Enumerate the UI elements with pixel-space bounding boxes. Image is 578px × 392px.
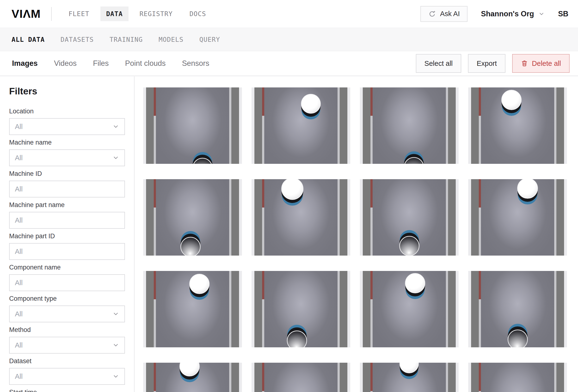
export-label: Export [477, 59, 497, 67]
image-thumbnail[interactable] [143, 363, 242, 392]
track-stripe-maroon [154, 271, 156, 299]
track-wall-right [556, 271, 564, 347]
filter-placeholder: All [15, 123, 23, 131]
image-thumbnail[interactable] [251, 363, 350, 392]
filter-placeholder: All [15, 248, 23, 255]
track-stripe-maroon [370, 88, 373, 116]
tab-videos[interactable]: Videos [54, 59, 77, 68]
subnav-item-query[interactable]: QUERY [199, 36, 220, 43]
image-thumbnail[interactable] [143, 271, 242, 347]
track-wall-right [556, 363, 564, 392]
trash-icon [521, 60, 528, 67]
track-wall-left [254, 271, 262, 347]
track-stripe-maroon [262, 179, 264, 207]
filter-select-method[interactable]: All [9, 337, 125, 353]
filter-input-component-name[interactable]: All [9, 274, 125, 291]
org-name: Shannon's Org [481, 10, 534, 18]
filter-select-component-type[interactable]: All [9, 305, 125, 322]
filter-placeholder: All [15, 216, 23, 224]
track-wall-left [471, 271, 479, 347]
filter-placeholder: All [15, 154, 23, 162]
ask-ai-button[interactable]: Ask AI [420, 6, 468, 22]
track-wall-left [146, 179, 154, 255]
image-thumbnail[interactable] [360, 363, 459, 392]
topnav-right: Ask AI Shannon's Org SB [420, 6, 568, 22]
tab-images[interactable]: Images [12, 59, 38, 68]
track-wall-right [231, 363, 239, 392]
filter-placeholder: All [15, 373, 23, 381]
filter-group-method: MethodAll [9, 326, 125, 353]
image-thumbnail[interactable] [468, 363, 567, 392]
track-stripe-maroon [370, 363, 373, 391]
image-thumbnail[interactable] [360, 271, 459, 347]
track-stripe-maroon [262, 271, 264, 299]
image-thumbnail[interactable] [143, 179, 242, 255]
toolbar: Select all Export Delete all [416, 54, 570, 73]
filter-label: Start time [9, 389, 125, 392]
filter-group-machine-part-id: Machine part IDAll [9, 233, 125, 260]
image-thumbnail[interactable] [251, 88, 350, 164]
track-stripe-maroon [479, 363, 481, 391]
track-rail-right [337, 179, 340, 255]
avatar[interactable]: SB [558, 10, 568, 18]
track-field [264, 88, 337, 164]
track-rail-right [554, 179, 556, 255]
track-stripe-maroon [262, 363, 264, 391]
filter-select-dataset[interactable]: All [9, 368, 125, 385]
tab-files[interactable]: Files [93, 59, 109, 68]
filter-input-machine-id[interactable]: All [9, 181, 125, 197]
image-thumbnail[interactable] [468, 88, 567, 164]
image-thumbnail[interactable] [468, 179, 567, 255]
track-wall-left [471, 88, 479, 164]
org-switcher[interactable]: Shannon's Org [481, 10, 545, 18]
filter-placeholder: All [15, 310, 23, 318]
track-wall-left [363, 363, 370, 392]
tab-point-clouds[interactable]: Point clouds [125, 59, 166, 68]
subnav-item-models[interactable]: MODELS [159, 36, 184, 43]
filter-group-location: LocationAll [9, 108, 125, 135]
select-all-label: Select all [425, 59, 453, 67]
delete-all-button[interactable]: Delete all [512, 54, 570, 73]
tab-sensors[interactable]: Sensors [182, 59, 209, 68]
nav-item-registry[interactable]: REGISTRY [134, 6, 179, 21]
track-wall-right [231, 88, 239, 164]
subnav-item-all-data[interactable]: ALL DATA [11, 36, 45, 43]
filter-label: Machine ID [9, 170, 125, 177]
image-thumbnail[interactable] [360, 88, 459, 164]
track-wall-right [340, 88, 347, 164]
filter-input-machine-part-name[interactable]: All [9, 212, 125, 229]
nav-item-fleet[interactable]: FLEET [63, 6, 95, 21]
nav-item-docs[interactable]: DOCS [184, 6, 212, 21]
track-rail-right [554, 88, 556, 164]
data-subnav: ALL DATADATASETSTRAININGMODELSQUERY [0, 28, 578, 51]
image-thumbnail[interactable] [468, 271, 567, 347]
image-thumbnail[interactable] [143, 88, 242, 164]
track-wall-right [340, 179, 347, 255]
filter-placeholder: All [15, 185, 23, 193]
top-nav: VIΛM FLEETDATAREGISTRYDOCS Ask AI Shanno… [0, 0, 578, 28]
subnav-item-datasets[interactable]: DATASETS [60, 36, 94, 43]
export-button[interactable]: Export [468, 54, 505, 73]
track-field [156, 88, 229, 164]
subnav-item-training[interactable]: TRAINING [109, 36, 143, 43]
image-thumbnail[interactable] [251, 179, 350, 255]
image-thumbnail[interactable] [360, 179, 459, 255]
image-thumbnail[interactable] [251, 271, 350, 347]
filter-group-machine-id: Machine IDAll [9, 170, 125, 197]
track-rail-right [229, 271, 231, 347]
track-rail-right [554, 271, 556, 347]
track-stripe-maroon [479, 271, 481, 299]
viam-logo[interactable]: VIΛM [11, 7, 41, 20]
track-wall-left [363, 88, 370, 164]
select-all-button[interactable]: Select all [416, 54, 462, 73]
ai-sparkle-refresh-icon [428, 10, 436, 18]
track-rail-right [337, 88, 340, 164]
filter-select-location[interactable]: All [9, 118, 125, 135]
filter-input-machine-part-id[interactable]: All [9, 243, 125, 260]
filter-select-machine-name[interactable]: All [9, 149, 125, 166]
filter-group-component-name: Component nameAll [9, 264, 125, 291]
nav-item-data[interactable]: DATA [100, 6, 129, 21]
ball [508, 330, 528, 347]
track-wall-right [556, 88, 564, 164]
filter-group-machine-part-name: Machine part nameAll [9, 201, 125, 229]
